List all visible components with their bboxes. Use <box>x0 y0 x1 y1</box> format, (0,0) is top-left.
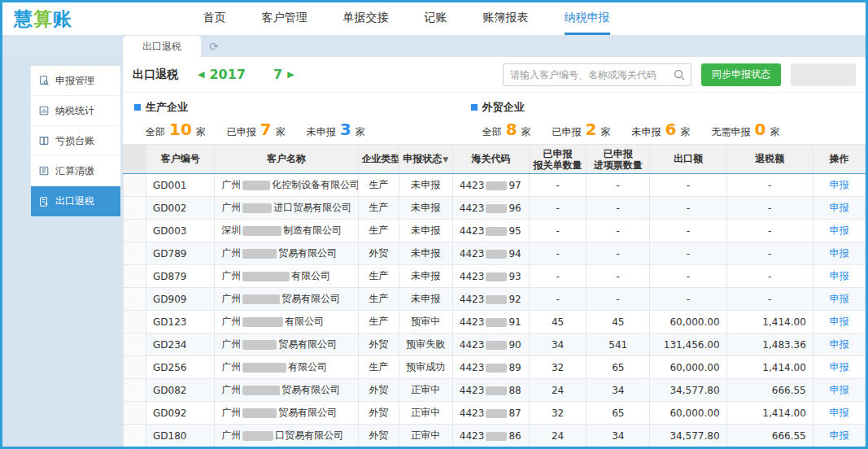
table-row: GD909 广州贸易有限公司 生产 未申报 442392 - - - - 申报 <box>124 288 866 311</box>
next-month-icon[interactable]: ▶ <box>282 69 299 80</box>
tab-strip: 出口退税 ⟳ <box>2 35 866 57</box>
customer-name-cell: 深圳制造有限公司 <box>215 220 358 242</box>
declare-status-cell: 未申报 <box>399 242 452 265</box>
declare-manage-icon <box>38 75 50 86</box>
top-header: 慧算账 首页 客户管理 单据交接 记账 账簿报表 纳税申报 <box>2 2 866 35</box>
prev-month-icon[interactable]: ◀ <box>193 69 209 80</box>
redacted-text <box>242 272 290 281</box>
customer-code-cell: GD082 <box>146 379 215 402</box>
nav-item-documents[interactable]: 单据交接 <box>343 2 389 35</box>
sidebar-item-label: 纳税统计 <box>55 104 94 118</box>
stats-group-title: 生产企业 <box>134 100 365 115</box>
declared-invoices-cell: - <box>587 220 650 242</box>
toolbar: 出口退税 ◀ 2017 7 ▶ 同步申报状态 <box>123 57 866 93</box>
refund-amount-cell: - <box>726 288 813 311</box>
nav-item-home[interactable]: 首页 <box>203 2 226 35</box>
declare-link[interactable]: 申报 <box>829 270 848 281</box>
redacted-text <box>486 181 507 190</box>
row-select-cell <box>124 265 146 288</box>
declare-link[interactable]: 申报 <box>829 202 848 213</box>
customer-name-cell: 广州贸易有限公司 <box>215 242 358 265</box>
declared-forms-cell: 45 <box>530 311 587 333</box>
customer-name-cell: 广州有限公司 <box>215 356 358 379</box>
redacted-button[interactable] <box>791 63 856 86</box>
declared-forms-cell: - <box>530 220 587 242</box>
customer-name-cell: 广州有限公司 <box>215 265 358 288</box>
declared-forms-cell: 34 <box>530 333 587 356</box>
redacted-text <box>242 317 283 327</box>
nav-item-bookkeeping[interactable]: 记账 <box>425 2 447 35</box>
stats-foreign-trade: 外贸企业 全部8家 已申报2家 未申报6家 无需申报0家 <box>471 100 780 139</box>
customs-code-cell: 442396 <box>452 197 529 220</box>
table-row: GD003 深圳制造有限公司 生产 未申报 442395 - - - - 申报 <box>124 220 866 242</box>
table-row: GD180 广州口贸易有限公司 外贸 正审中 442386 24 34 34,5… <box>124 425 866 447</box>
stat-declared: 已申报2家 <box>552 120 611 139</box>
nav-item-reports[interactable]: 账簿报表 <box>483 2 529 35</box>
redacted-text <box>486 318 507 327</box>
search-input[interactable] <box>503 63 691 86</box>
stat-undeclared: 未申报3家 <box>307 120 365 139</box>
table-row: GD082 广州贸易有限公司 外贸 正审中 442388 24 34 34,57… <box>124 379 866 402</box>
redacted-text <box>486 272 507 281</box>
table-row: GD234 广州贸易有限公司 外贸 预审失败 442390 34 541 131… <box>124 333 866 356</box>
tab-export-refund[interactable]: 出口退税 <box>123 36 201 57</box>
customs-code-cell: 442392 <box>452 288 529 311</box>
sidebar-item-label: 汇算清缴 <box>55 164 94 178</box>
search-box <box>503 63 691 86</box>
header-declare-status[interactable]: 申报状态▼ <box>399 145 452 174</box>
sidebar-item-loss-ledger[interactable]: 亏损台账 <box>31 126 120 156</box>
export-amount-cell: - <box>650 242 726 265</box>
refund-amount-cell: - <box>726 265 813 288</box>
declare-link[interactable]: 申报 <box>829 361 848 373</box>
declare-status-cell: 预审中 <box>399 311 452 333</box>
operation-cell: 申报 <box>813 288 865 311</box>
operation-cell: 申报 <box>813 402 865 425</box>
redacted-text <box>486 432 507 441</box>
sidebar-item-settlement[interactable]: 汇算清缴 <box>31 156 120 186</box>
enterprise-type-cell: 生产 <box>358 311 399 333</box>
customer-code-cell: GD909 <box>146 288 215 311</box>
sidebar-item-tax-stats[interactable]: 纳税统计 <box>31 96 120 126</box>
sync-status-button[interactable]: 同步申报状态 <box>701 63 781 86</box>
operation-cell: 申报 <box>813 356 865 379</box>
customer-name-cell: 广州贸易有限公司 <box>215 288 358 311</box>
enterprise-type-cell: 生产 <box>358 197 399 220</box>
refund-amount-cell: 1,414.00 <box>726 311 813 333</box>
customs-code-cell: 442395 <box>452 220 529 242</box>
customer-code-cell: GD180 <box>146 425 215 447</box>
stat-declared: 已申报7家 <box>227 120 286 139</box>
customer-name-cell: 广州口贸易有限公司 <box>215 425 358 447</box>
sidebar-item-label: 申报管理 <box>55 74 94 88</box>
period-year: 2017 <box>209 67 246 82</box>
declare-link[interactable]: 申报 <box>829 407 848 418</box>
declare-link[interactable]: 申报 <box>829 384 848 395</box>
refund-amount-cell: - <box>726 197 813 220</box>
declare-link[interactable]: 申报 <box>829 429 848 441</box>
declare-link[interactable]: 申报 <box>829 338 848 350</box>
redacted-text <box>242 340 277 350</box>
declare-link[interactable]: 申报 <box>829 316 848 327</box>
sidebar-item-export-refund[interactable]: 出口退税 <box>31 186 120 216</box>
bullet-icon <box>134 104 141 111</box>
enterprise-type-cell: 外贸 <box>358 402 399 425</box>
stat-no-need: 无需申报0家 <box>711 120 779 139</box>
search-icon[interactable] <box>673 68 686 81</box>
header-enterprise-type[interactable]: 企业类型▼ <box>358 145 399 174</box>
nav-item-customers[interactable]: 客户管理 <box>262 2 308 35</box>
declare-link[interactable]: 申报 <box>829 224 848 236</box>
refresh-icon[interactable]: ⟳ <box>209 40 219 53</box>
declare-status-cell: 正审中 <box>399 379 452 402</box>
declared-forms-cell: - <box>530 197 587 220</box>
declare-link[interactable]: 申报 <box>829 179 848 190</box>
nav-item-tax-declare[interactable]: 纳税申报 <box>565 2 610 35</box>
declared-invoices-cell: 45 <box>587 311 650 333</box>
customer-name-cell: 广州贸易有限公司 <box>215 379 358 402</box>
customer-name-cell: 广州化控制设备有限公司 <box>215 174 358 197</box>
stats-bar: 生产企业 全部10家 已申报7家 未申报3家 外贸企业 全部8家 已申报2家 未… <box>123 93 866 144</box>
customer-name-cell: 广州进口贸易有限公司 <box>215 197 358 220</box>
redacted-text <box>242 386 280 395</box>
declare-link[interactable]: 申报 <box>829 293 848 304</box>
sidebar-item-declare-manage[interactable]: 申报管理 <box>31 66 120 96</box>
declare-link[interactable]: 申报 <box>829 247 848 259</box>
export-amount-cell: - <box>650 220 726 242</box>
